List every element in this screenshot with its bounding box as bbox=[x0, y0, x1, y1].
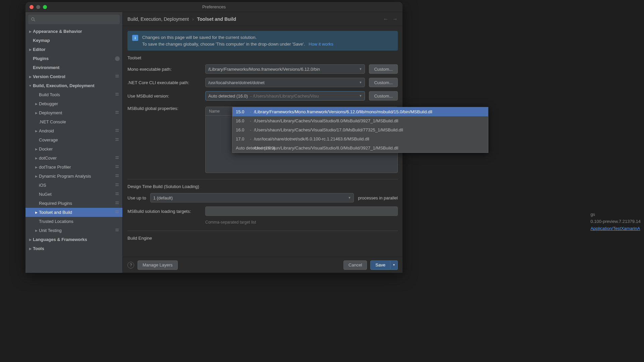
chevron-icon: ▶ bbox=[34, 166, 39, 169]
window-title: Preferences bbox=[202, 4, 226, 9]
chevron-down-icon: ▼ bbox=[359, 94, 362, 98]
mono-label: Mono executable path: bbox=[127, 67, 201, 72]
sidebar-item-plugins[interactable]: Plugins bbox=[25, 54, 122, 63]
sidebar-item-appearance-behavior[interactable]: ▶Appearance & Behavior bbox=[25, 27, 122, 36]
sidebar-item-android[interactable]: ▶Android bbox=[25, 126, 122, 135]
maximize-icon[interactable] bbox=[43, 5, 47, 9]
layers-icon bbox=[115, 201, 120, 206]
chevron-icon: ▶ bbox=[34, 147, 39, 151]
help-button[interactable]: ? bbox=[127, 262, 134, 268]
sidebar-item-label: NuGet bbox=[39, 192, 115, 197]
sidebar-item-ios[interactable]: iOS bbox=[25, 181, 122, 190]
sidebar-item-build-tools[interactable]: Build Tools bbox=[25, 90, 122, 99]
search-input[interactable] bbox=[28, 15, 120, 24]
sidebar-item-deployment[interactable]: ▶Deployment bbox=[25, 108, 122, 117]
how-it-works-link[interactable]: How it works bbox=[309, 42, 333, 47]
section-toolset: Toolset bbox=[127, 55, 398, 60]
msbuild-custom-button[interactable]: Custom... bbox=[369, 91, 398, 101]
sidebar-item-dotcover[interactable]: ▶dotCover bbox=[25, 154, 122, 163]
sidebar-item-label: Required Plugins bbox=[39, 201, 115, 206]
parallel-processes-combo[interactable]: 1 (default) ▼ bbox=[150, 193, 354, 202]
msbuild-option[interactable]: 15.0- /Library/Frameworks/Mono.framework… bbox=[232, 107, 488, 116]
targets-hint: Comma-separated target list bbox=[205, 220, 398, 225]
search-icon bbox=[31, 17, 36, 22]
sidebar-item-label: Build, Execution, Deployment bbox=[33, 83, 120, 88]
dotnet-custom-button[interactable]: Custom... bbox=[369, 78, 398, 87]
sidebar: ▶Appearance & BehaviorKeymap▶EditorPlugi… bbox=[25, 12, 123, 273]
chevron-icon: ▶ bbox=[28, 30, 33, 33]
breadcrumb-parent[interactable]: Build, Execution, Deployment bbox=[127, 16, 189, 22]
chevron-down-icon: ▼ bbox=[359, 67, 362, 71]
titlebar: Preferences bbox=[25, 2, 402, 12]
sidebar-item-trusted-locations[interactable]: Trusted Locations bbox=[25, 217, 122, 226]
solution-targets-input[interactable] bbox=[205, 206, 398, 216]
sidebar-item-nuget[interactable]: NuGet bbox=[25, 190, 122, 199]
sidebar-item-docker[interactable]: ▶Docker bbox=[25, 144, 122, 154]
minimize-icon[interactable] bbox=[36, 5, 40, 9]
save-dropdown-button[interactable]: ▼ bbox=[390, 260, 398, 270]
sidebar-item-keymap[interactable]: Keymap bbox=[25, 36, 122, 45]
back-icon[interactable]: ← bbox=[383, 16, 388, 22]
layers-icon bbox=[115, 93, 120, 97]
background-link[interactable]: Application/TestXamarinA bbox=[590, 226, 640, 231]
sidebar-item-environment[interactable]: Environment bbox=[25, 63, 122, 72]
chevron-icon: ▶ bbox=[34, 157, 39, 160]
sidebar-item-label: Dynamic Program Analysis bbox=[39, 174, 115, 179]
msbuild-option[interactable]: Auto detected (16.0)- /Users/shaun/Libra… bbox=[232, 143, 488, 153]
layers-icon bbox=[115, 228, 120, 233]
mono-custom-button[interactable]: Custom... bbox=[369, 64, 398, 74]
sidebar-item-tools[interactable]: ▶Tools bbox=[25, 244, 122, 253]
sidebar-item-version-control[interactable]: ▶Version Control bbox=[25, 72, 122, 81]
sidebar-item-dottrace-profiler[interactable]: ▶dotTrace Profiler bbox=[25, 163, 122, 172]
solution-targets-label: MSBuild solution loading targets: bbox=[127, 209, 201, 214]
use-up-to-label: Use up to bbox=[127, 195, 146, 200]
sidebar-item-languages-frameworks[interactable]: ▶Languages & Frameworks bbox=[25, 235, 122, 244]
sidebar-item-label: Toolset and Build bbox=[39, 210, 115, 215]
sidebar-item-unit-testing[interactable]: ▶Unit Testing bbox=[25, 226, 122, 235]
dot-icon bbox=[115, 56, 120, 61]
sidebar-item-debugger[interactable]: ▶Debugger bbox=[25, 99, 122, 108]
chevron-icon: ▶ bbox=[34, 129, 39, 133]
separator bbox=[127, 179, 398, 179]
sidebar-item--net-console[interactable]: .NET Console bbox=[25, 117, 122, 126]
chevron-down-icon: ▼ bbox=[348, 196, 351, 199]
sidebar-item-label: Languages & Frameworks bbox=[33, 237, 120, 242]
svg-point-0 bbox=[32, 18, 34, 20]
traffic-lights bbox=[30, 5, 47, 9]
msbuild-option[interactable]: 17.0- /usr/local/share/dotnet/sdk/6.0.10… bbox=[232, 134, 488, 143]
manage-layers-button[interactable]: Manage Layers bbox=[138, 260, 178, 270]
breadcrumb: Build, Execution, Deployment › Toolset a… bbox=[127, 16, 236, 22]
mono-path-combo[interactable]: /Library/Frameworks/Mono.framework/Versi… bbox=[205, 64, 365, 74]
chevron-icon: ▶ bbox=[34, 211, 39, 214]
sidebar-item-editor[interactable]: ▶Editor bbox=[25, 45, 122, 54]
sidebar-item-build-execution-deployment[interactable]: ▼Build, Execution, Deployment bbox=[25, 81, 122, 90]
breadcrumb-current: Toolset and Build bbox=[197, 16, 236, 22]
sidebar-item-coverage[interactable]: Coverage bbox=[25, 135, 122, 144]
layers-icon bbox=[115, 165, 120, 170]
sidebar-item-required-plugins[interactable]: Required Plugins bbox=[25, 199, 122, 208]
chevron-icon: ▼ bbox=[28, 84, 33, 87]
sidebar-item-label: Coverage bbox=[39, 137, 115, 142]
dotnet-path-combo[interactable]: /usr/local/share/dotnet/dotnet ▼ bbox=[205, 78, 365, 87]
sidebar-item-label: Plugins bbox=[33, 56, 115, 61]
layers-icon bbox=[115, 111, 120, 115]
sidebar-item-label: Build Tools bbox=[39, 92, 115, 97]
msbuild-version-combo[interactable]: Auto detected (16.0) - /Users/shaun/Libr… bbox=[205, 91, 365, 101]
settings-tree: ▶Appearance & BehaviorKeymap▶EditorPlugi… bbox=[25, 27, 122, 273]
sidebar-item-label: Keymap bbox=[33, 38, 120, 43]
layers-icon bbox=[115, 192, 120, 197]
sidebar-item-label: Docker bbox=[39, 146, 120, 152]
chevron-icon: ▶ bbox=[34, 111, 39, 115]
sidebar-item-dynamic-program-analysis[interactable]: ▶Dynamic Program Analysis bbox=[25, 172, 122, 181]
close-icon[interactable] bbox=[30, 5, 34, 9]
chevron-icon: ▶ bbox=[28, 75, 33, 78]
save-button[interactable]: Save bbox=[370, 260, 390, 270]
background-editor-text: gs 0.100-preview.7.21379.14 Application/… bbox=[590, 211, 641, 232]
forward-icon[interactable]: → bbox=[392, 16, 398, 22]
chevron-icon: ▶ bbox=[28, 247, 33, 250]
msbuild-option[interactable]: 16.0- /Users/shaun/Library/Caches/Visual… bbox=[232, 125, 488, 134]
sidebar-item-label: Version Control bbox=[33, 74, 115, 79]
msbuild-option[interactable]: 16.0- /Users/shaun/Library/Caches/Visual… bbox=[232, 116, 488, 125]
cancel-button[interactable]: Cancel bbox=[343, 260, 367, 270]
sidebar-item-toolset-and-build[interactable]: ▶Toolset and Build bbox=[25, 208, 122, 217]
